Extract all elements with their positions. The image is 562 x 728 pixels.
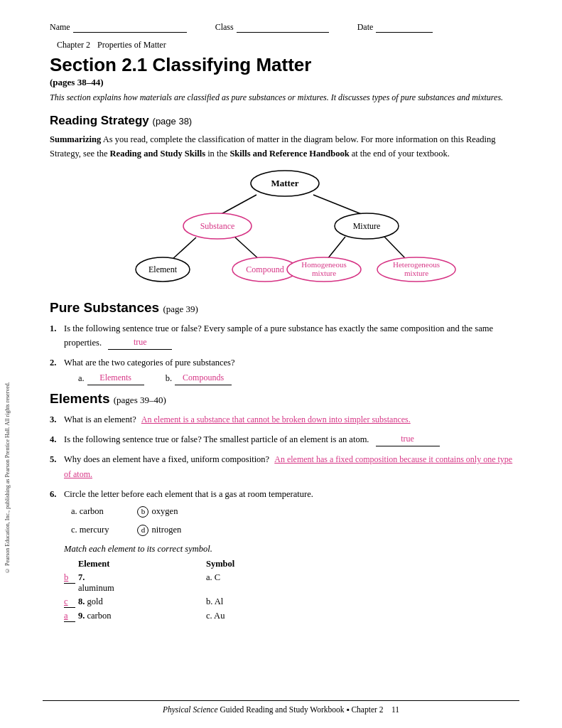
svg-line-8 bbox=[171, 237, 196, 260]
name-label: Name bbox=[50, 22, 70, 33]
date-label: Date bbox=[357, 22, 374, 33]
q2-answer-b: Compounds bbox=[175, 371, 232, 385]
chapter-heading: Chapter 2Properties of Matter bbox=[50, 40, 519, 50]
q3-answer: An element is a substance that cannot be… bbox=[141, 414, 411, 424]
svg-text:mixture: mixture bbox=[404, 269, 428, 277]
class-label: Class bbox=[215, 22, 234, 33]
pure-substances-heading: Pure Substances (page 39) bbox=[50, 300, 519, 316]
header-fields: Name Class Date bbox=[50, 21, 519, 33]
question-5: 5. Why does an element have a fixed, uni… bbox=[50, 452, 519, 481]
svg-line-15 bbox=[384, 237, 406, 259]
circle-b: b bbox=[137, 506, 148, 518]
svg-text:Mixture: Mixture bbox=[352, 221, 380, 231]
reading-strategy-title: Reading Strategy (page 38) bbox=[50, 114, 519, 128]
question-2: 2. What are the two categories of pure s… bbox=[50, 355, 519, 385]
svg-line-9 bbox=[235, 237, 260, 260]
option-a: a. carbon bbox=[71, 504, 109, 518]
match-col-element: Element bbox=[78, 557, 121, 571]
footer: Physical Science Guided Reading and Stud… bbox=[43, 700, 519, 714]
svg-line-14 bbox=[328, 237, 345, 259]
match-row-2: c 8. gold b. Al bbox=[64, 595, 519, 609]
diagram: Matter Substance Mixture Element Compoun… bbox=[50, 168, 519, 289]
question-6: 6. Circle the letter before each element… bbox=[50, 487, 519, 537]
option-c: c. mercury bbox=[71, 523, 109, 537]
match-col-symbol: Symbol bbox=[206, 557, 519, 571]
section-title: Section 2.1 Classifying Matter bbox=[50, 55, 519, 75]
match-label: Match each element to its correct symbol… bbox=[64, 544, 519, 555]
question-4: 4. Is the following sentence true or fal… bbox=[50, 432, 519, 446]
match-table: Element Symbol b 7. aluminum a. C c 8. g… bbox=[64, 557, 519, 623]
svg-text:Element: Element bbox=[148, 264, 178, 274]
circle-d: d bbox=[137, 525, 148, 536]
section-desc: This section explains how materials are … bbox=[50, 91, 519, 104]
section-pages: (pages 38–44) bbox=[50, 77, 519, 88]
question-1: 1. Is the following sentence true or fal… bbox=[50, 321, 519, 350]
svg-text:Homogeneous: Homogeneous bbox=[301, 260, 347, 269]
svg-text:Matter: Matter bbox=[271, 178, 298, 188]
q2-answer-a: Elements bbox=[87, 371, 144, 385]
elements-heading: Elements (pages 39–40) bbox=[50, 391, 519, 407]
svg-text:mixture: mixture bbox=[311, 269, 335, 277]
svg-text:Substance: Substance bbox=[200, 221, 234, 231]
match-answer-3: a bbox=[64, 611, 75, 622]
svg-line-3 bbox=[313, 195, 367, 216]
match-answer-2: c bbox=[64, 596, 75, 608]
match-row-1: b 7. aluminum a. C bbox=[64, 571, 519, 595]
svg-text:Heterogeneous: Heterogeneous bbox=[393, 260, 440, 269]
option-b: b oxygen bbox=[137, 504, 181, 518]
option-d: d nitrogen bbox=[137, 523, 181, 537]
sidebar-copyright: © Pearson Education, Inc., publishing as… bbox=[4, 284, 16, 671]
q1-answer: true bbox=[108, 336, 172, 350]
match-answer-1: b bbox=[64, 572, 75, 584]
match-row-3: a 9. carbon c. Au bbox=[64, 609, 519, 623]
question-3: 3. What is an element? An element is a s… bbox=[50, 412, 519, 427]
svg-text:Compound: Compound bbox=[246, 264, 283, 274]
reading-strategy-body: Summarizing As you read, complete the cl… bbox=[50, 132, 519, 161]
q4-answer: true bbox=[376, 432, 440, 446]
